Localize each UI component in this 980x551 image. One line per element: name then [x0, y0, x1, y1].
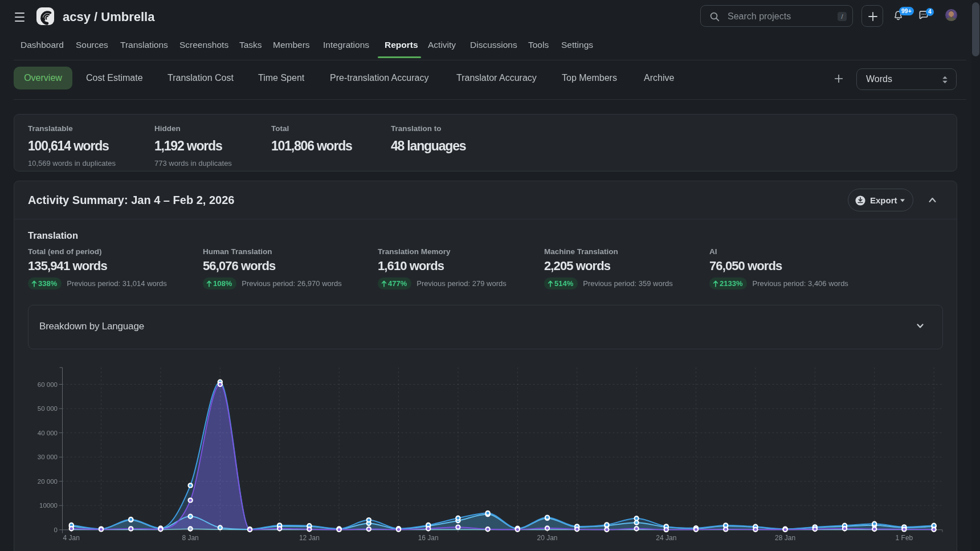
svg-text:4 Jan: 4 Jan	[63, 534, 80, 542]
svg-text:10000: 10000	[39, 502, 58, 509]
svg-text:20 000: 20 000	[38, 478, 58, 485]
svg-text:1 Feb: 1 Feb	[896, 534, 913, 542]
svg-text:16 Jan: 16 Jan	[418, 534, 439, 542]
svg-text:60 000: 60 000	[38, 381, 58, 388]
svg-text:30 000: 30 000	[38, 454, 58, 460]
svg-text:20 Jan: 20 Jan	[537, 534, 557, 542]
svg-text:8 Jan: 8 Jan	[182, 534, 198, 542]
svg-text:24 Jan: 24 Jan	[656, 534, 676, 542]
svg-text:50 000: 50 000	[38, 405, 58, 412]
svg-text:40 000: 40 000	[38, 430, 58, 436]
svg-text:12 Jan: 12 Jan	[299, 534, 320, 542]
svg-text:28 Jan: 28 Jan	[775, 534, 795, 542]
svg-text:0: 0	[54, 526, 58, 533]
